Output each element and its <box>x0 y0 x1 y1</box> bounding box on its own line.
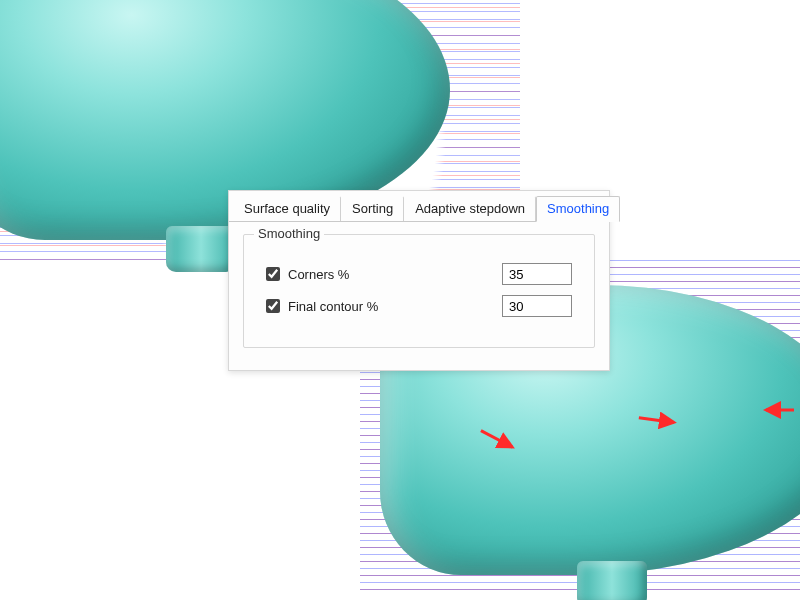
corners-label-text: Corners % <box>288 267 349 282</box>
group-legend: Smoothing <box>254 226 324 241</box>
final-contour-checkbox[interactable] <box>266 299 280 313</box>
smoothing-group: Smoothing Corners % Final contour % <box>243 234 595 348</box>
final-contour-row: Final contour % <box>266 295 572 317</box>
corners-row: Corners % <box>266 263 572 285</box>
final-contour-value-input[interactable] <box>502 295 572 317</box>
final-contour-label[interactable]: Final contour % <box>266 299 378 314</box>
tab-surface-quality[interactable]: Surface quality <box>233 196 341 221</box>
tab-adaptive-stepdown[interactable]: Adaptive stepdown <box>404 196 536 221</box>
corners-checkbox[interactable] <box>266 267 280 281</box>
cam-viewport: Surface quality Sorting Adaptive stepdow… <box>0 0 800 600</box>
corners-value-input[interactable] <box>502 263 572 285</box>
tab-sorting[interactable]: Sorting <box>341 196 404 221</box>
tab-smoothing[interactable]: Smoothing <box>536 196 620 222</box>
final-contour-label-text: Final contour % <box>288 299 378 314</box>
corners-label[interactable]: Corners % <box>266 267 349 282</box>
settings-tabstrip: Surface quality Sorting Adaptive stepdow… <box>229 191 609 221</box>
settings-panel-body: Smoothing Corners % Final contour % <box>229 221 609 370</box>
smoothing-settings-panel: Surface quality Sorting Adaptive stepdow… <box>228 190 610 371</box>
